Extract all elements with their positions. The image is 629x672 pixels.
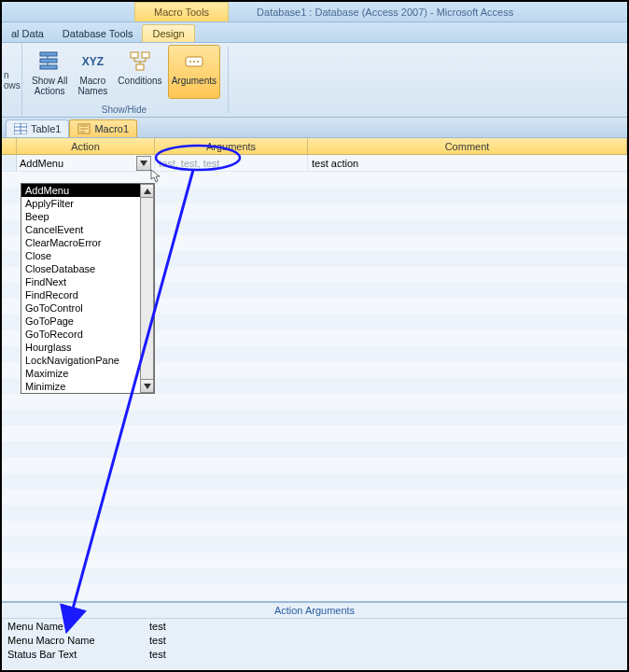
- chevron-down-icon: [144, 384, 151, 389]
- arguments-button[interactable]: Arguments: [168, 45, 220, 99]
- stub-line2: ows: [4, 80, 21, 91]
- action-arguments-title: Action Arguments: [2, 603, 627, 619]
- group-label-showhide: Show/Hide: [102, 105, 147, 117]
- dropdown-item[interactable]: GoToRecord: [21, 328, 154, 341]
- object-tab-bar: Table1 Macro1: [2, 118, 627, 138]
- arguments-cell[interactable]: test, test, test: [155, 155, 308, 171]
- macro-icon: [77, 123, 91, 134]
- object-tab-table1[interactable]: Table1: [6, 119, 69, 137]
- btn-label: Macro Names: [78, 76, 108, 96]
- scroll-down-button[interactable]: [140, 379, 154, 393]
- dropdown-item[interactable]: ClearMacroError: [21, 236, 154, 249]
- dropdown-item[interactable]: CloseDatabase: [21, 262, 154, 275]
- xyz-icon: XYZ: [77, 48, 107, 76]
- col-header-comment[interactable]: Comment: [308, 138, 627, 154]
- argument-label: Menu Name: [2, 621, 149, 632]
- svg-rect-1: [40, 59, 57, 63]
- svg-rect-2: [40, 65, 57, 69]
- arguments-icon: [179, 48, 209, 76]
- tab-label: Table1: [31, 123, 61, 134]
- macro-row-1[interactable]: test, test, test test action: [2, 155, 627, 172]
- action-input[interactable]: [17, 158, 136, 169]
- dropdown-item[interactable]: FindNext: [21, 275, 154, 288]
- svg-rect-5: [136, 64, 144, 70]
- dropdown-item[interactable]: Beep: [21, 210, 154, 223]
- action-dropdown-button[interactable]: [136, 156, 151, 171]
- argument-label: Menu Macro Name: [2, 635, 149, 646]
- argument-value[interactable]: test: [149, 649, 627, 660]
- dropdown-item[interactable]: Close: [21, 249, 154, 262]
- row-selector[interactable]: [2, 155, 17, 171]
- table-icon: [14, 123, 27, 134]
- dropdown-item[interactable]: Maximize: [21, 367, 154, 380]
- title-bar: Macro Tools Database1 : Database (Access…: [2, 2, 627, 22]
- tab-external-data[interactable]: al Data: [2, 25, 53, 42]
- dropdown-item[interactable]: ApplyFilter: [21, 197, 154, 210]
- ribbon-group-showhide: Show All Actions XYZ Macro Names Conditi…: [22, 43, 226, 117]
- btn-label: Conditions: [118, 76, 161, 86]
- tab-database-tools[interactable]: Database Tools: [53, 25, 143, 42]
- action-cell[interactable]: [17, 155, 155, 171]
- dropdown-item[interactable]: FindRecord: [21, 288, 154, 301]
- conditions-button[interactable]: Conditions: [114, 45, 165, 99]
- svg-rect-3: [131, 52, 138, 58]
- svg-rect-0: [40, 52, 57, 56]
- scroll-up-button[interactable]: [140, 184, 154, 198]
- steps-icon: [35, 48, 64, 76]
- svg-point-9: [197, 61, 199, 63]
- dropdown-item[interactable]: Hourglass: [21, 341, 154, 354]
- col-header-arguments[interactable]: Arguments: [155, 138, 308, 154]
- dropdown-item[interactable]: GoToPage: [21, 315, 154, 328]
- argument-row[interactable]: Status Bar Texttest: [2, 647, 627, 661]
- action-dropdown-list[interactable]: AddMenuApplyFilterBeepCancelEventClearMa…: [21, 183, 155, 394]
- scrollbar-track[interactable]: [140, 198, 154, 379]
- dropdown-item[interactable]: CancelEvent: [21, 223, 154, 236]
- chevron-up-icon: [144, 189, 151, 194]
- ribbon-tabs: al Data Database Tools Design: [2, 22, 627, 43]
- argument-row[interactable]: Menu Macro Nametest: [2, 633, 627, 647]
- tab-label: Macro1: [94, 123, 129, 134]
- row-selector-header: [2, 138, 17, 154]
- ribbon: n ows Show All Actions XYZ Macro Names C…: [2, 43, 627, 118]
- argument-row[interactable]: Menu Nametest: [2, 619, 627, 633]
- dropdown-item[interactable]: Minimize: [21, 380, 154, 393]
- contextual-tab-label: Macro Tools: [134, 2, 229, 21]
- btn-label: Arguments: [172, 76, 217, 86]
- argument-label: Status Bar Text: [2, 649, 149, 660]
- comment-cell[interactable]: test action: [308, 155, 627, 171]
- flowchart-icon: [125, 48, 155, 76]
- ribbon-separator: [228, 47, 229, 113]
- show-all-actions-button[interactable]: Show All Actions: [28, 45, 71, 99]
- macro-names-button[interactable]: XYZ Macro Names: [73, 45, 112, 99]
- tab-design[interactable]: Design: [142, 24, 194, 42]
- dropdown-item[interactable]: LockNavigationPane: [21, 354, 154, 367]
- col-header-action[interactable]: Action: [17, 138, 155, 154]
- argument-value[interactable]: test: [149, 621, 627, 632]
- svg-rect-4: [142, 52, 149, 58]
- chevron-down-icon: [140, 161, 147, 166]
- dropdown-item[interactable]: GoToControl: [21, 301, 154, 315]
- stub-line1: n: [4, 70, 21, 80]
- object-tab-macro1[interactable]: Macro1: [69, 119, 137, 137]
- ribbon-left-stub: n ows: [2, 43, 22, 117]
- dropdown-item[interactable]: AddMenu: [21, 184, 154, 197]
- btn-label: Show All Actions: [32, 76, 67, 96]
- action-arguments-panel: Action Arguments Menu NametestMenu Macro…: [2, 601, 627, 670]
- svg-point-7: [189, 61, 191, 63]
- window-title: Database1 : Database (Access 2007) - Mic…: [257, 7, 513, 18]
- argument-value[interactable]: test: [149, 635, 627, 646]
- svg-point-8: [193, 61, 195, 63]
- grid-header: Action Arguments Comment: [2, 138, 627, 155]
